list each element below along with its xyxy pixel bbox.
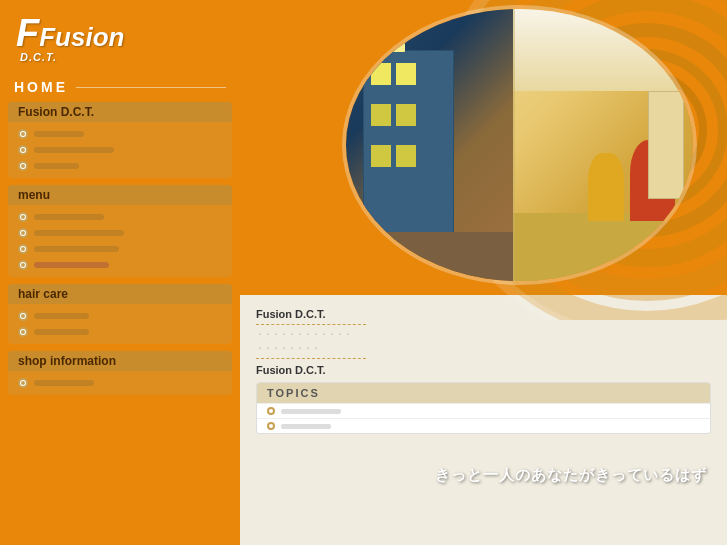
nav-bullet xyxy=(18,228,28,238)
content-divider-2 xyxy=(256,358,366,359)
building-sign: FusionD.C.T. xyxy=(376,36,405,52)
topics-bar xyxy=(281,424,331,429)
nav-bullet xyxy=(18,212,28,222)
topics-bullet xyxy=(267,407,275,415)
nav-bar xyxy=(34,163,79,169)
nav-section-menu-header[interactable]: menu xyxy=(8,185,232,205)
logo-area: FFusion D.C.T. xyxy=(0,0,240,73)
topics-bar xyxy=(281,409,341,414)
logo-subtitle: D.C.T. xyxy=(20,52,224,63)
logo: FFusion D.C.T. xyxy=(16,14,224,63)
home-label: HOME xyxy=(14,79,68,95)
nav-bar xyxy=(34,230,124,236)
content-divider xyxy=(256,324,366,325)
nav-section-menu: menu xyxy=(8,185,232,277)
nav-bar xyxy=(34,147,114,153)
nav-bullet xyxy=(18,161,28,171)
nav-item[interactable] xyxy=(8,209,232,225)
nav-section-fusion-header[interactable]: Fusion D.C.T. xyxy=(8,102,232,122)
nav-item[interactable] xyxy=(8,142,232,158)
topics-bullet xyxy=(267,422,275,430)
nav-section-fusion: Fusion D.C.T. xyxy=(8,102,232,178)
photo-building-side: FusionD.C.T. xyxy=(346,9,513,281)
nav-item[interactable] xyxy=(8,225,232,241)
nav-item[interactable] xyxy=(8,375,232,391)
nav-bullet xyxy=(18,311,28,321)
nav-bar xyxy=(34,313,89,319)
nav-bar xyxy=(34,131,84,137)
nav-bullet xyxy=(18,327,28,337)
nav-item[interactable] xyxy=(8,241,232,257)
nav-bar xyxy=(34,329,89,335)
sidebar-nav[interactable]: Fusion D.C.T. menu xyxy=(0,99,240,545)
nav-bar xyxy=(34,262,109,268)
content-section-title: Fusion D.C.T. xyxy=(256,364,711,376)
nav-item[interactable] xyxy=(8,324,232,340)
nav-bullet xyxy=(18,260,28,270)
photo-interior-side xyxy=(513,9,693,281)
main-content: FusionD.C.T. きっと一人のあなたがきっているはず Fusion xyxy=(240,0,727,545)
content-small-text-2: ・・・・・・・・ xyxy=(256,343,711,354)
sidebar: FFusion D.C.T. HOME Fusion D.C.T. xyxy=(0,0,240,545)
nav-item[interactable] xyxy=(8,257,232,273)
nav-section-haircare-header[interactable]: hair care xyxy=(8,284,232,304)
nav-bullet xyxy=(18,145,28,155)
nav-bullet xyxy=(18,244,28,254)
nav-bullet xyxy=(18,378,28,388)
topics-item[interactable] xyxy=(257,403,710,418)
nav-section-haircare: hair care xyxy=(8,284,232,344)
nav-section-shopinfo-header[interactable]: shop information xyxy=(8,351,232,371)
nav-item[interactable] xyxy=(8,308,232,324)
home-divider xyxy=(76,87,226,88)
content-small-text-1: ・・・・・・・・・・・・ xyxy=(256,329,711,340)
nav-bullet xyxy=(18,129,28,139)
nav-item[interactable] xyxy=(8,126,232,142)
content-title: Fusion D.C.T. xyxy=(256,308,711,320)
nav-bar xyxy=(34,214,104,220)
main-photo: FusionD.C.T. xyxy=(342,5,697,285)
content-area: Fusion D.C.T. ・・・・・・・・・・・・ ・・・・・・・・ Fusi… xyxy=(240,300,727,545)
topics-item[interactable] xyxy=(257,418,710,433)
topics-header: TOPICS xyxy=(257,383,710,403)
nav-item[interactable] xyxy=(8,158,232,174)
nav-section-shopinfo: shop information xyxy=(8,351,232,395)
topics-box: TOPICS xyxy=(256,382,711,434)
content-left: Fusion D.C.T. ・・・・・・・・・・・・ ・・・・・・・・ Fusi… xyxy=(256,308,711,434)
home-section: HOME xyxy=(0,73,240,99)
nav-bar xyxy=(34,380,94,386)
nav-bar xyxy=(34,246,119,252)
